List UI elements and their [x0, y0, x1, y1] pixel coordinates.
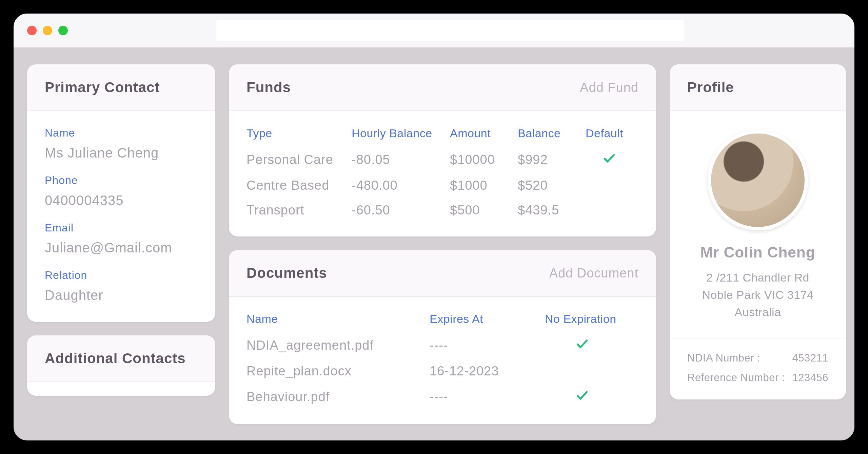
- table-row[interactable]: NDIA_agreement.pdf----: [246, 337, 638, 354]
- funds-col-type: Type: [246, 127, 352, 140]
- app-window: Primary Contact Name Ms Juliane Cheng Ph…: [14, 14, 854, 440]
- documents-table-rows: NDIA_agreement.pdf----Repite_plan.docx16…: [246, 337, 638, 405]
- table-row[interactable]: Transport-60.50$500$439.5: [246, 203, 638, 218]
- funds-col-amount: Amount: [450, 127, 518, 140]
- middle-column: Funds Add Fund Type Hourly Balance Amoun…: [229, 64, 656, 440]
- reference-value: 123456: [792, 372, 828, 384]
- additional-contacts-card: Additional Contacts: [27, 335, 215, 396]
- document-name: Behaviour.pdf: [246, 390, 430, 404]
- fund-amount: $500: [450, 203, 518, 218]
- docs-col-expires: Expires At: [430, 312, 545, 326]
- profile-body: Mr Colin Cheng 2 /211 Chandler Rd Noble …: [670, 111, 846, 399]
- left-column: Primary Contact Name Ms Juliane Cheng Ph…: [27, 64, 215, 440]
- funds-col-balance: Balance: [518, 127, 586, 140]
- additional-contacts-header: Additional Contacts: [27, 335, 215, 382]
- check-icon: [603, 151, 616, 168]
- address-line-3: Australia: [702, 304, 814, 321]
- phone-label: Phone: [45, 174, 198, 187]
- urlbar[interactable]: [216, 20, 684, 41]
- relation-value: Daughter: [45, 288, 198, 303]
- fund-amount: $10000: [450, 152, 518, 167]
- funds-title: Funds: [246, 79, 291, 96]
- docs-col-noexp: No Expiration: [545, 312, 619, 326]
- primary-contact-body: Name Ms Juliane Cheng Phone 0400004335 E…: [27, 111, 215, 322]
- table-row[interactable]: Centre Based-480.00$1000$520: [246, 178, 638, 193]
- funds-table-header: Type Hourly Balance Amount Balance Defau…: [246, 127, 638, 140]
- profile-meta: NDIA Number : 453211 Reference Number : …: [687, 338, 828, 399]
- table-row[interactable]: Personal Care-80.05$10000$992: [246, 151, 638, 168]
- fund-balance: $520: [518, 178, 586, 193]
- fund-hourly: -480.00: [352, 178, 450, 193]
- email-value: Juliane@Gmail.com: [45, 240, 198, 255]
- reference-row: Reference Number : 123456: [687, 372, 828, 384]
- name-label: Name: [45, 127, 198, 139]
- ndia-label: NDIA Number :: [687, 352, 760, 364]
- funds-col-default: Default: [586, 127, 633, 140]
- check-icon: [575, 337, 589, 354]
- document-expires: ----: [430, 338, 545, 353]
- document-name: NDIA_agreement.pdf: [246, 338, 430, 353]
- phone-value: 0400004335: [45, 193, 198, 208]
- fund-default: [586, 151, 633, 168]
- fund-type: Transport: [246, 203, 352, 218]
- documents-table-header: Name Expires At No Expiration: [246, 312, 638, 326]
- close-icon[interactable]: [27, 26, 37, 35]
- additional-contacts-body: [27, 382, 215, 396]
- table-row[interactable]: Repite_plan.docx16-12-2023: [246, 364, 638, 378]
- document-noexp: [545, 337, 619, 354]
- fund-type: Centre Based: [246, 178, 352, 193]
- documents-header: Documents Add Document: [229, 250, 656, 297]
- primary-contact-card: Primary Contact Name Ms Juliane Cheng Ph…: [27, 64, 215, 322]
- funds-card: Funds Add Fund Type Hourly Balance Amoun…: [229, 64, 656, 236]
- additional-contacts-title: Additional Contacts: [45, 350, 186, 367]
- profile-address: 2 /211 Chandler Rd Noble Park VIC 3174 A…: [702, 269, 814, 321]
- maximize-icon[interactable]: [58, 26, 68, 35]
- funds-header: Funds Add Fund: [229, 64, 656, 111]
- document-name: Repite_plan.docx: [246, 364, 430, 378]
- add-document-button[interactable]: Add Document: [549, 266, 638, 281]
- primary-contact-title: Primary Contact: [45, 79, 160, 96]
- docs-col-name: Name: [246, 312, 430, 326]
- ndia-value: 453211: [792, 352, 828, 364]
- add-fund-button[interactable]: Add Fund: [580, 80, 638, 95]
- address-line-2: Noble Park VIC 3174: [702, 286, 814, 304]
- fund-hourly: -60.50: [352, 203, 450, 218]
- document-expires: 16-12-2023: [430, 364, 545, 378]
- profile-title: Profile: [687, 79, 734, 96]
- primary-contact-header: Primary Contact: [27, 64, 215, 111]
- documents-title: Documents: [246, 265, 327, 281]
- email-label: Email: [45, 222, 198, 234]
- documents-body: Name Expires At No Expiration NDIA_agree…: [229, 297, 656, 424]
- check-icon: [575, 389, 589, 405]
- funds-body: Type Hourly Balance Amount Balance Defau…: [229, 111, 656, 236]
- minimize-icon[interactable]: [43, 26, 52, 35]
- fund-hourly: -80.05: [352, 152, 450, 167]
- document-noexp: [545, 389, 619, 405]
- funds-col-hourly: Hourly Balance: [352, 127, 450, 140]
- avatar: [708, 130, 808, 230]
- document-expires: ----: [430, 390, 545, 404]
- dashboard-content: Primary Contact Name Ms Juliane Cheng Ph…: [14, 47, 854, 440]
- relation-label: Relation: [45, 269, 198, 282]
- ndia-row: NDIA Number : 453211: [687, 352, 828, 364]
- documents-card: Documents Add Document Name Expires At N…: [229, 250, 656, 424]
- right-column: Profile Mr Colin Cheng 2 /211 Chandler R…: [670, 64, 846, 440]
- address-line-1: 2 /211 Chandler Rd: [702, 269, 814, 286]
- window-titlebar: [14, 14, 854, 47]
- name-value: Ms Juliane Cheng: [45, 145, 198, 161]
- table-row[interactable]: Behaviour.pdf----: [246, 389, 638, 405]
- profile-name: Mr Colin Cheng: [700, 244, 815, 261]
- fund-amount: $1000: [450, 178, 518, 193]
- reference-label: Reference Number :: [687, 372, 785, 384]
- fund-type: Personal Care: [246, 152, 352, 167]
- funds-table-rows: Personal Care-80.05$10000$992Centre Base…: [246, 151, 638, 218]
- profile-header: Profile: [670, 64, 846, 111]
- fund-balance: $992: [518, 152, 586, 167]
- profile-card: Profile Mr Colin Cheng 2 /211 Chandler R…: [670, 64, 846, 399]
- fund-balance: $439.5: [518, 203, 586, 218]
